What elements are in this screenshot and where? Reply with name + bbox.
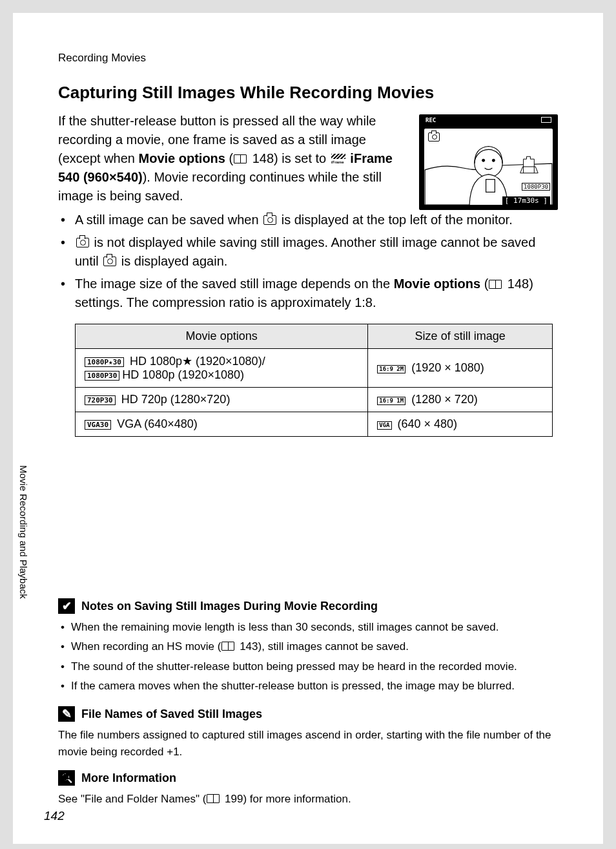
lcd-illustration: REC 1080P30 [ 17m30s ]	[419, 114, 558, 210]
text: See "File and Folder Names" (	[58, 793, 206, 805]
text: (1920 × 1080)	[408, 361, 484, 374]
book-icon	[489, 280, 502, 289]
text: A still image can be saved when	[75, 213, 262, 227]
movie-options-label: Movie options	[394, 277, 480, 291]
ratio-badge: 16:9 1M	[377, 397, 406, 405]
camera-icon	[76, 238, 89, 247]
list-item: When the remaining movie length is less …	[71, 619, 558, 636]
svg-rect-3	[486, 180, 495, 193]
list-item: When recording an HS movie ( 143), still…	[71, 638, 558, 655]
page-ref: 143), still images cannot be saved.	[236, 640, 408, 653]
text: (	[480, 277, 488, 291]
table-row: VGA30 VGA (640×480) VGA (640 × 480)	[76, 412, 553, 437]
page-ref: 199) for more information.	[221, 793, 351, 805]
book-icon	[221, 642, 234, 651]
format-badge: 1080P30	[85, 371, 119, 381]
movie-options-label: Movie options	[139, 151, 225, 165]
note-title: More Information	[81, 771, 176, 785]
list-item: A still image can be saved when is displ…	[75, 211, 558, 229]
body-bullet-list: A still image can be saved when is displ…	[58, 211, 558, 312]
text: HD 1080p (1920×1080)	[122, 368, 244, 381]
check-icon	[58, 598, 75, 614]
text: is displayed at the top left of the moni…	[278, 213, 513, 227]
text: The image size of the saved still image …	[75, 277, 394, 291]
note-paragraph: See "File and Folder Names" ( 199) for m…	[58, 791, 558, 808]
note-list: When the remaining movie length is less …	[58, 619, 558, 695]
table-header: Movie options	[76, 324, 368, 349]
note-heading: More Information	[58, 770, 558, 786]
book-icon	[207, 794, 220, 803]
iframe-icon	[331, 154, 345, 164]
info-icon	[58, 770, 75, 786]
text: (640 × 480)	[395, 417, 458, 430]
text: HD 720p (1280×720)	[118, 393, 231, 406]
note-heading: Notes on Saving Still Images During Movi…	[58, 598, 558, 614]
table-row: 1080P★30 HD 1080p★ (1920×1080)/ 1080P30H…	[76, 349, 553, 388]
page-ref: 148) is set to	[249, 151, 330, 165]
text: (1280 × 720)	[408, 393, 478, 406]
options-table: Movie options Size of still image 1080P★…	[75, 324, 553, 437]
note-paragraph: The file numbers assigned to captured st…	[58, 727, 558, 760]
note-title: Notes on Saving Still Images During Movi…	[81, 600, 378, 613]
section-tab: Movie Recording and Playback	[13, 459, 34, 605]
running-head: Recording Movies	[58, 52, 558, 65]
camera-icon	[263, 215, 276, 225]
scene-drawing	[424, 129, 553, 205]
list-item: The sound of the shutter-release button …	[71, 658, 558, 675]
text: HD 1080p★ (1920×1080)/	[127, 355, 265, 368]
time-remaining: [ 17m30s ]	[502, 196, 550, 205]
battery-icon	[541, 117, 551, 123]
camera-icon	[103, 257, 116, 266]
book-icon	[234, 154, 247, 163]
pencil-icon	[58, 706, 75, 722]
svg-point-0	[475, 149, 502, 177]
format-badge: 720P30	[85, 395, 116, 405]
page-title: Capturing Still Images While Recording M…	[58, 83, 558, 103]
camera-icon	[428, 132, 440, 142]
text: is displayed again.	[118, 254, 227, 268]
resolution-badge: 1080P30	[522, 183, 550, 191]
ratio-badge: 16:9 2M	[377, 365, 406, 373]
ratio-badge: VGA	[377, 421, 391, 430]
list-item: The image size of the saved still image …	[75, 275, 558, 312]
format-badge: VGA30	[85, 420, 111, 430]
text: (	[225, 151, 233, 165]
note-title: File Names of Saved Still Images	[81, 708, 262, 721]
manual-page: Recording Movies Capturing Still Images …	[13, 13, 603, 844]
rec-indicator: REC	[426, 117, 436, 123]
text: VGA (640×480)	[114, 417, 198, 430]
svg-point-1	[482, 159, 485, 162]
text: When recording an HS movie (	[71, 640, 221, 653]
list-item: is not displayed while saving still imag…	[75, 233, 558, 271]
svg-point-2	[492, 159, 495, 162]
table-row: 720P30 HD 720p (1280×720) 16:9 1M (1280 …	[76, 388, 553, 412]
list-item: If the camera moves when the shutter-rel…	[71, 678, 558, 695]
table-header: Size of still image	[368, 324, 553, 349]
format-badge: 1080P★30	[85, 357, 124, 367]
note-heading: File Names of Saved Still Images	[58, 706, 558, 722]
page-number: 142	[44, 809, 65, 823]
